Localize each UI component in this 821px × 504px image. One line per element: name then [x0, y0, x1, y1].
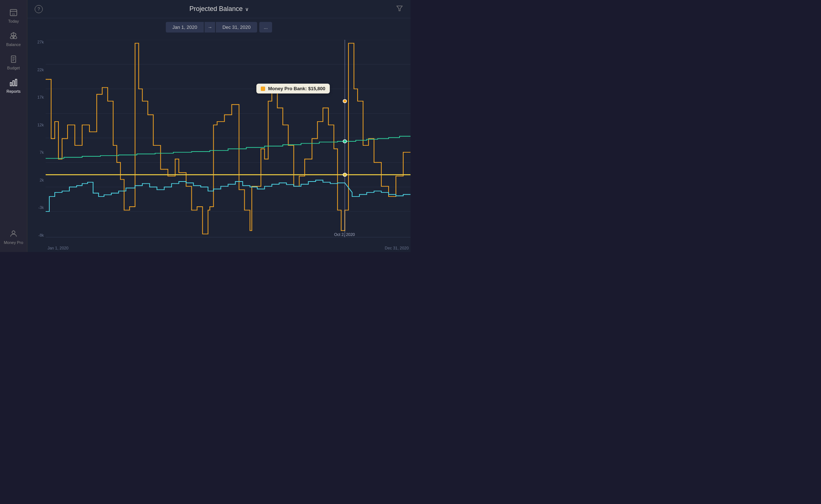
balance-icon — [8, 31, 19, 41]
tooltip-text: Money Pro Bank: $15,800 — [268, 86, 325, 91]
tooltip-swatch — [261, 87, 265, 91]
sidebar-item-money-pro-label: Money Pro — [4, 240, 23, 245]
svg-rect-9 — [13, 81, 14, 86]
yellow-dot — [343, 173, 347, 176]
y-label-7k: 7k — [29, 150, 44, 154]
orange-line — [46, 43, 410, 234]
chart-title-text: Projected Balance — [189, 5, 243, 13]
crosshair-date-label: Oct 2, 2020 — [334, 232, 355, 237]
green-line — [46, 136, 410, 159]
end-date-button[interactable]: Dec 31, 2020 — [216, 22, 257, 33]
y-label-neg8k: -8k — [29, 233, 44, 237]
svg-text:21: 21 — [12, 13, 15, 15]
date-bar: Jan 1, 2020 → Dec 31, 2020 ... — [27, 18, 410, 36]
sidebar-item-reports-label: Reports — [7, 89, 21, 93]
calendar-icon: 21 — [8, 7, 19, 18]
svg-rect-8 — [10, 83, 12, 86]
reports-icon — [8, 77, 19, 88]
y-axis-labels: 27k 22k 17k 12k 7k 2k -3k -8k — [27, 40, 46, 237]
filter-button[interactable] — [396, 5, 403, 14]
sidebar: 21 Today Balance Budget — [0, 0, 27, 252]
chart-svg — [46, 40, 410, 237]
y-label-22k: 22k — [29, 68, 44, 72]
sidebar-item-money-pro[interactable]: Money Pro — [0, 225, 27, 248]
date-arrow-icon: → — [205, 22, 215, 33]
chart-area: 27k 22k 17k 12k 7k 2k -3k -8k — [27, 36, 410, 252]
sidebar-item-today[interactable]: 21 Today — [0, 4, 27, 27]
chart-title-button[interactable]: Projected Balance ∨ — [189, 5, 248, 13]
sidebar-item-reports[interactable]: Reports — [0, 74, 27, 97]
header: ? Projected Balance ∨ — [27, 0, 410, 18]
y-label-17k: 17k — [29, 95, 44, 99]
blue-line — [46, 180, 410, 211]
sidebar-item-today-label: Today — [8, 19, 19, 23]
main-content: ? Projected Balance ∨ Jan 1, 2020 → Dec … — [27, 0, 410, 252]
y-label-2k: 2k — [29, 178, 44, 182]
y-label-12k: 12k — [29, 123, 44, 127]
svg-point-11 — [12, 231, 15, 234]
x-label-end: Dec 31, 2020 — [385, 246, 409, 250]
green-dot — [343, 140, 347, 143]
orange-dot — [343, 99, 347, 103]
chart-tooltip: Money Pro Bank: $15,800 — [256, 84, 330, 93]
svg-rect-10 — [15, 79, 17, 86]
y-label-neg3k: -3k — [29, 205, 44, 210]
sidebar-item-balance[interactable]: Balance — [0, 27, 27, 50]
y-label-27k: 27k — [29, 40, 44, 44]
user-icon — [8, 229, 19, 239]
sidebar-item-budget[interactable]: Budget — [0, 50, 27, 74]
chevron-down-icon: ∨ — [245, 6, 249, 12]
x-axis-labels: Jan 1, 2020 Dec 31, 2020 — [46, 246, 410, 250]
svg-marker-12 — [397, 6, 402, 11]
start-date-button[interactable]: Jan 1, 2020 — [166, 22, 204, 33]
help-button[interactable]: ? — [35, 5, 43, 13]
date-more-button[interactable]: ... — [259, 22, 272, 33]
sidebar-item-budget-label: Budget — [7, 66, 20, 70]
sidebar-item-balance-label: Balance — [6, 42, 21, 47]
x-label-start: Jan 1, 2020 — [47, 246, 69, 250]
budget-icon — [8, 54, 19, 64]
